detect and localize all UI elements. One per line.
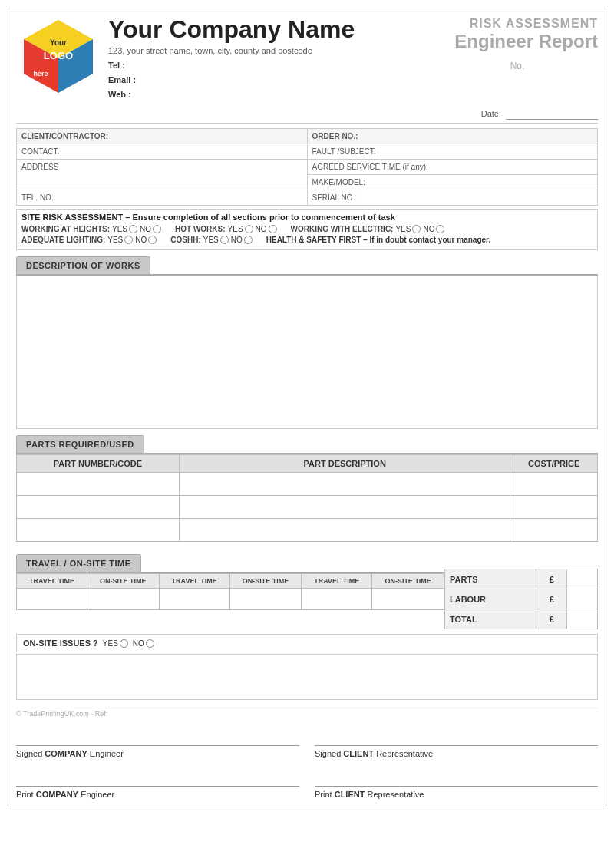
company-name: Your Company Name xyxy=(108,16,429,43)
onsite-no[interactable]: NO xyxy=(133,639,154,648)
total-value[interactable] xyxy=(567,609,598,629)
adequate-lighting: ADEQUATE LIGHTING: YES NO xyxy=(21,236,157,244)
al-yes-radio[interactable] xyxy=(124,236,133,244)
we-no-radio[interactable] xyxy=(436,225,444,233)
tel-no-label: TEL. NO.: xyxy=(17,190,308,206)
labour-value[interactable] xyxy=(567,589,598,609)
travel-r1c6[interactable] xyxy=(372,589,444,610)
parts-row3-code[interactable] xyxy=(17,519,180,542)
signed-client-bold: CLIENT xyxy=(343,749,374,758)
email-label: Email xyxy=(108,75,130,84)
print-client-line xyxy=(315,786,598,787)
travel-tab: TRAVEL / ON-SITE TIME xyxy=(16,554,141,572)
risk-row-1: WORKING AT HEIGHTS: YES NO HOT WORKS: YE… xyxy=(21,225,593,233)
description-tab: DESCRIPTION OF WORKS xyxy=(16,256,150,274)
onsite-no-text: NO xyxy=(133,639,144,648)
signed-client-after: Representative xyxy=(376,749,433,758)
signed-company-line xyxy=(16,745,299,746)
print-company-label: Print COMPANY Engineer xyxy=(16,790,299,799)
coshh-yes-radio[interactable] xyxy=(220,236,229,244)
date-field[interactable] xyxy=(506,107,598,120)
company-address: 123, your street name, town, city, count… xyxy=(108,46,429,55)
al-yes[interactable]: YES xyxy=(107,236,133,244)
print-company-prefix: Print xyxy=(16,790,34,799)
company-info: Your Company Name 123, your street name,… xyxy=(108,16,429,101)
parts-row2-desc[interactable] xyxy=(179,496,510,519)
web-colon: : xyxy=(128,90,131,99)
hot-works: HOT WORKS: YES NO xyxy=(175,225,277,233)
al-no[interactable]: NO xyxy=(135,236,157,244)
onsite-issues-row: ON-SITE ISSUES ? YES NO xyxy=(16,634,598,652)
parts-row1-code[interactable] xyxy=(17,473,180,496)
travel-col2: ON-SITE TIME xyxy=(87,574,159,589)
footer-copyright: © TradePrintingUK.com - Ref: xyxy=(16,708,598,718)
parts-row-3 xyxy=(17,519,598,542)
works-area[interactable] xyxy=(16,276,598,429)
form-table: CLIENT/CONTRACTOR: ORDER NO.: CONTACT: F… xyxy=(16,128,598,206)
hw-no-radio[interactable] xyxy=(269,225,277,233)
travel-col5: TRAVEL TIME xyxy=(302,574,372,589)
total-pound: £ xyxy=(536,609,567,629)
travel-r1c4[interactable] xyxy=(229,589,302,610)
parts-col1-header: PART NUMBER/CODE xyxy=(17,455,180,473)
coshh-yes[interactable]: YES xyxy=(203,236,229,244)
al-no-radio[interactable] xyxy=(148,236,157,244)
svg-text:Your: Your xyxy=(50,38,67,47)
print-company-block: Print COMPANY Engineer xyxy=(16,771,299,799)
working-heights-yes[interactable]: YES xyxy=(112,225,137,233)
travel-r1c3[interactable] xyxy=(159,589,229,610)
coshh-yes-text: YES xyxy=(203,236,219,244)
al-yes-text: YES xyxy=(107,236,123,244)
onsite-issues-area[interactable] xyxy=(16,654,598,700)
signed-client-label: Signed CLIENT Representative xyxy=(315,749,598,758)
totals-labour-row: LABOUR £ xyxy=(445,589,598,609)
working-heights: WORKING AT HEIGHTS: YES NO xyxy=(21,225,161,233)
we-no[interactable]: NO xyxy=(423,225,444,233)
total-label: TOTAL xyxy=(445,609,536,629)
working-heights-no[interactable]: NO xyxy=(140,225,161,233)
description-section-row: DESCRIPTION OF WORKS xyxy=(16,256,598,276)
travel-r1c2[interactable] xyxy=(87,589,159,610)
travel-row-1 xyxy=(17,589,444,610)
hw-no-text: NO xyxy=(256,225,267,233)
print-client-label: Print CLIENT Representative xyxy=(315,790,598,799)
print-company-after: Engineer xyxy=(81,790,114,799)
parts-table: PART NUMBER/CODE PART DESCRIPTION COST/P… xyxy=(16,454,598,542)
signed-company-block: Signed COMPANY Engineer xyxy=(16,730,299,758)
parts-row2-code[interactable] xyxy=(17,496,180,519)
order-label: ORDER NO.: xyxy=(307,129,598,144)
onsite-yes-text: YES xyxy=(103,639,118,648)
company-logo: Your LOGO here xyxy=(16,16,101,101)
svg-text:LOGO: LOGO xyxy=(44,50,73,61)
parts-row1-cost[interactable] xyxy=(510,473,598,496)
parts-row2-cost[interactable] xyxy=(510,496,598,519)
we-yes-radio[interactable] xyxy=(412,225,421,233)
print-client-block: Print CLIENT Representative xyxy=(315,771,598,799)
date-row: Date: xyxy=(16,107,598,124)
site-risk-title: SITE RISK ASSESSMENT – Ensure completion… xyxy=(21,213,593,222)
working-heights-label: WORKING AT HEIGHTS: xyxy=(21,225,110,233)
report-title-bottom: Engineer Report xyxy=(437,31,598,53)
coshh: COSHH: YES NO xyxy=(170,236,252,244)
onsite-yes[interactable]: YES xyxy=(103,639,128,648)
wh-no-radio[interactable] xyxy=(153,225,161,233)
travel-r1c1[interactable] xyxy=(17,589,87,610)
totals-parts-row: PARTS £ xyxy=(445,569,598,589)
parts-row1-desc[interactable] xyxy=(179,473,510,496)
wh-yes-radio[interactable] xyxy=(129,225,137,233)
hot-works-no[interactable]: NO xyxy=(256,225,277,233)
we-no-text: NO xyxy=(423,225,434,233)
parts-row3-desc[interactable] xyxy=(179,519,510,542)
parts-value[interactable] xyxy=(567,569,598,589)
travel-r1c5[interactable] xyxy=(302,589,372,610)
onsite-no-radio[interactable] xyxy=(146,639,154,648)
web-label: Web xyxy=(108,90,126,99)
hw-yes-radio[interactable] xyxy=(245,225,253,233)
hot-works-yes[interactable]: YES xyxy=(228,225,253,233)
coshh-no-radio[interactable] xyxy=(244,236,253,244)
we-yes[interactable]: YES xyxy=(395,225,421,233)
parts-row3-cost[interactable] xyxy=(510,519,598,542)
coshh-no[interactable]: NO xyxy=(231,236,253,244)
parts-row-1 xyxy=(17,473,598,496)
onsite-yes-radio[interactable] xyxy=(120,639,128,648)
